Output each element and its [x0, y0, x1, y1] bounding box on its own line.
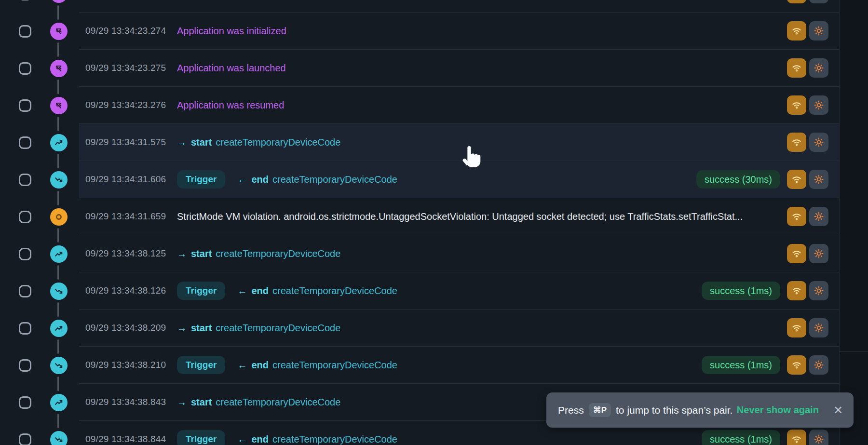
log-row-breadcrumb[interactable] [0, 0, 868, 13]
row-checkbox[interactable] [19, 136, 31, 149]
attributes-button[interactable] [809, 281, 828, 300]
log-row-span-start[interactable]: 09/29 13:34:31.575 → start createTempora… [0, 124, 868, 161]
network-button[interactable] [787, 430, 806, 445]
never-show-again-button[interactable]: Never show again [737, 405, 819, 416]
row-checkbox[interactable] [19, 248, 31, 260]
span-keyword: end [251, 434, 269, 445]
row-main [79, 0, 839, 13]
trending-up-icon [54, 138, 64, 148]
network-button[interactable] [787, 207, 806, 226]
row-main: 09/29 13:34:31.659 StrictMode VM violati… [79, 198, 839, 235]
attributes-button[interactable] [809, 207, 828, 226]
row-main: 09/29 13:34:38.209 → start createTempora… [79, 310, 839, 347]
sun-icon [813, 136, 825, 148]
network-button[interactable] [787, 281, 806, 300]
network-button[interactable] [787, 133, 806, 152]
timestamp: 09/29 13:34:23.276 [85, 100, 177, 110]
row-gutter [0, 421, 79, 445]
wifi-icon [791, 99, 802, 111]
network-button[interactable] [787, 21, 806, 40]
attributes-button[interactable] [809, 133, 828, 152]
status-duration-badge: success (1ms) [702, 356, 780, 374]
row-checkbox[interactable] [19, 25, 31, 38]
network-button[interactable] [787, 244, 806, 263]
attributes-button[interactable] [809, 318, 828, 337]
network-button[interactable] [787, 95, 806, 115]
timestamp: 09/29 13:34:31.575 [85, 137, 177, 148]
log-list: 09/29 13:34:23.274 Application was initi… [0, 0, 868, 445]
network-button[interactable] [787, 170, 806, 189]
direction-arrow: → [177, 248, 187, 259]
log-row-breadcrumb[interactable]: 09/29 13:34:23.274 Application was initi… [0, 13, 868, 50]
row-message: → start createTemporaryDeviceCode [177, 137, 787, 148]
network-button[interactable] [787, 355, 806, 375]
span-name[interactable]: createTemporaryDeviceCode [216, 137, 340, 148]
trending-down-icon [54, 286, 64, 296]
row-checkbox[interactable] [19, 396, 31, 409]
attributes-button[interactable] [809, 95, 828, 115]
span-name[interactable]: createTemporaryDeviceCode [272, 285, 397, 297]
span-name[interactable]: createTemporaryDeviceCode [216, 248, 340, 259]
close-icon[interactable]: ✕ [833, 405, 843, 416]
span-name[interactable]: createTemporaryDeviceCode [272, 434, 397, 445]
row-type-icon [50, 171, 68, 189]
row-gutter [0, 13, 79, 50]
log-row-span-end[interactable]: 09/29 13:34:38.210 Trigger ← end createT… [0, 347, 868, 384]
row-gutter [0, 198, 79, 235]
span-keyword: end [251, 285, 269, 297]
status-duration-badge: success (1ms) [702, 282, 780, 300]
attributes-button[interactable] [809, 0, 828, 3]
trigger-badge: Trigger [177, 356, 225, 374]
row-main: 09/29 13:34:23.274 Application was initi… [79, 13, 839, 50]
attributes-button[interactable] [809, 244, 828, 263]
log-row-span-end[interactable]: 09/29 13:34:38.126 Trigger ← end createT… [0, 272, 868, 310]
span-name[interactable]: createTemporaryDeviceCode [272, 360, 397, 371]
trending-up-icon [54, 324, 64, 333]
row-gutter [0, 0, 79, 13]
row-type-icon [50, 23, 68, 40]
row-checkbox[interactable] [19, 0, 31, 0]
attributes-button[interactable] [809, 21, 828, 40]
network-button[interactable] [787, 58, 806, 78]
row-checkbox[interactable] [19, 174, 31, 186]
row-main: 09/29 13:34:23.275 Application was launc… [79, 50, 839, 87]
span-name[interactable]: createTemporaryDeviceCode [216, 397, 340, 408]
row-message: Application was launched [177, 63, 787, 74]
trending-down-icon [54, 435, 64, 445]
row-gutter [0, 347, 79, 384]
row-checkbox[interactable] [19, 285, 31, 297]
trending-up-icon [54, 249, 64, 259]
attributes-button[interactable] [809, 430, 828, 445]
row-checkbox[interactable] [19, 359, 31, 372]
trending-down-icon [54, 361, 64, 370]
attributes-button[interactable] [809, 170, 828, 189]
row-main: 09/29 13:34:23.276 Application was resum… [79, 87, 839, 124]
wifi-icon [791, 25, 802, 37]
log-row-log[interactable]: 09/29 13:34:31.659 StrictMode VM violati… [0, 198, 868, 235]
span-name[interactable]: createTemporaryDeviceCode [272, 174, 397, 185]
row-checkbox[interactable] [19, 433, 31, 445]
row-main: 09/29 13:34:38.126 Trigger ← end createT… [79, 272, 839, 310]
wifi-icon [791, 136, 802, 148]
span-name[interactable]: createTemporaryDeviceCode [216, 323, 340, 334]
row-checkbox[interactable] [19, 211, 31, 223]
attributes-button[interactable] [809, 355, 828, 375]
row-checkbox[interactable] [19, 99, 31, 112]
direction-arrow: → [177, 137, 187, 148]
log-row-span-start[interactable]: 09/29 13:34:38.125 → start createTempora… [0, 235, 868, 272]
row-main: 09/29 13:34:38.125 → start createTempora… [79, 235, 839, 272]
row-checkbox[interactable] [19, 62, 31, 75]
wifi-icon [791, 285, 802, 297]
network-button[interactable] [787, 0, 806, 3]
log-row-span-start[interactable]: 09/29 13:34:38.209 → start createTempora… [0, 310, 868, 347]
attributes-button[interactable] [809, 58, 828, 78]
row-type-icon [50, 0, 68, 3]
log-row-breadcrumb[interactable]: 09/29 13:34:23.275 Application was launc… [0, 50, 868, 87]
row-checkbox[interactable] [19, 322, 31, 335]
network-button[interactable] [787, 318, 806, 337]
timestamp: 09/29 13:34:38.209 [85, 323, 177, 333]
log-row-span-end[interactable]: 09/29 13:34:31.606 Trigger ← end createT… [0, 161, 868, 198]
row-type-icon [50, 60, 68, 77]
log-row-breadcrumb[interactable]: 09/29 13:34:23.276 Application was resum… [0, 87, 868, 124]
timestamp: 09/29 13:34:38.843 [85, 397, 177, 407]
